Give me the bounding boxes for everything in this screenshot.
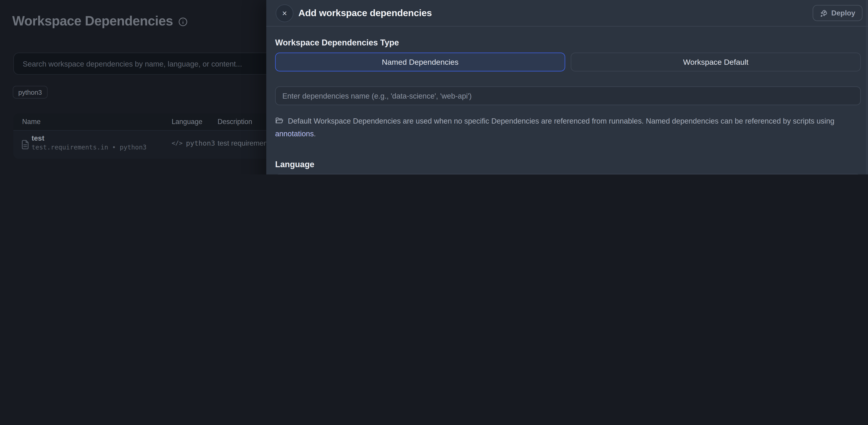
row-meta: test.requirements.in • python3: [32, 143, 147, 151]
code-icon: </>: [172, 140, 183, 147]
filter-chip-python3[interactable]: python3: [13, 86, 48, 99]
dependencies-name-input[interactable]: [275, 86, 861, 105]
tab-named-dependencies-label: Named Dependencies: [382, 58, 459, 66]
panel-scrollbar[interactable]: [866, 0, 868, 175]
panel-title: Add workspace dependencies: [299, 7, 432, 19]
type-help-before: Default Workspace Dependencies are used …: [288, 117, 835, 125]
tab-named-dependencies[interactable]: Named Dependencies: [275, 53, 565, 71]
language-select[interactable]: Python: [275, 174, 861, 175]
close-icon: ×: [282, 9, 287, 17]
type-help-text: Default Workspace Dependencies are used …: [275, 115, 861, 140]
type-section-label: Workspace Dependencies Type: [275, 38, 861, 47]
tab-workspace-default[interactable]: Workspace Default: [571, 53, 861, 71]
row-language: python3: [186, 139, 215, 147]
rocket-icon: [819, 9, 827, 17]
column-header-description: Description: [218, 118, 252, 126]
language-label: Language: [275, 159, 861, 169]
add-dependencies-panel: × Add workspace dependencies Deploy: [266, 0, 868, 175]
tab-workspace-default-label: Workspace Default: [683, 58, 748, 66]
type-help-after: .: [314, 129, 316, 138]
row-language-cell: </> python3: [172, 139, 215, 147]
column-header-name: Name: [22, 118, 41, 126]
close-button[interactable]: ×: [276, 4, 293, 22]
panel-header: × Add workspace dependencies Deploy: [266, 0, 868, 27]
file-text-icon: [21, 140, 30, 150]
workspace-dependencies-screen: Workspace Dependencies python3 Name Lang…: [0, 0, 868, 175]
annotations-link[interactable]: annotations: [275, 129, 314, 138]
deploy-label: Deploy: [831, 9, 855, 17]
column-header-language: Language: [172, 118, 203, 126]
page-title: Workspace Dependencies: [12, 13, 188, 29]
deploy-button[interactable]: Deploy: [812, 5, 862, 21]
info-icon[interactable]: [179, 17, 188, 27]
panel-body: Workspace Dependencies Type Named Depend…: [266, 27, 868, 175]
page-title-text: Workspace Dependencies: [12, 13, 173, 29]
type-tabs: Named Dependencies Workspace Default: [275, 53, 861, 71]
row-name: test: [32, 134, 44, 143]
row-description: test requirements: [218, 139, 273, 147]
filter-chip-label: python3: [18, 88, 42, 96]
folder-open-icon: [275, 116, 283, 128]
